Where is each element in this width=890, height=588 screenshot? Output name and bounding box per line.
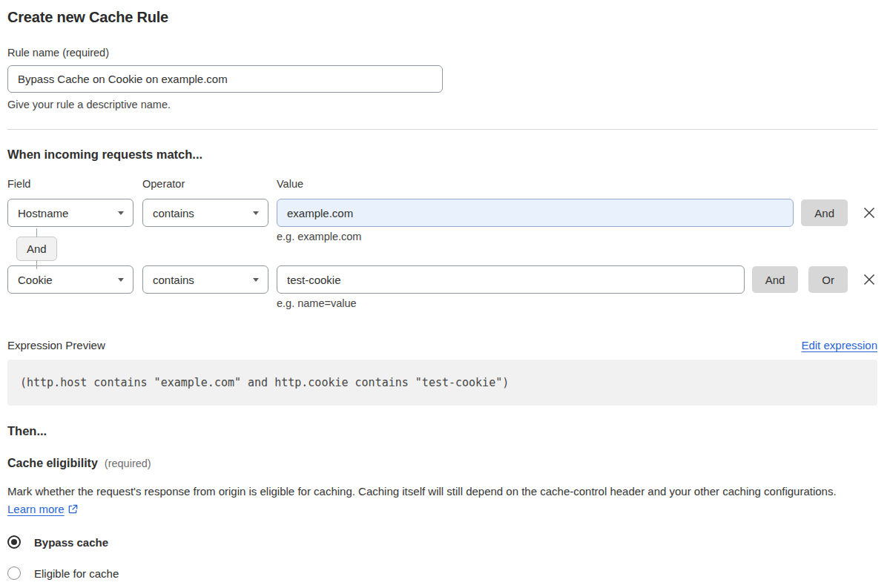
then-heading: Then...: [7, 424, 877, 438]
and-button-row1[interactable]: And: [801, 199, 848, 226]
value-input-row2[interactable]: [277, 265, 745, 294]
cache-eligibility-heading: Cache eligibility (required): [7, 457, 877, 470]
field-select-row2-value: Cookie: [18, 274, 53, 286]
radio-option-bypass-cache[interactable]: Bypass cache: [7, 535, 877, 549]
external-link-icon: [67, 503, 79, 515]
match-row-2: Cookie contains e.g. name=value And Or: [7, 265, 877, 309]
value-hint-row1: e.g. example.com: [277, 231, 794, 242]
page-title: Create new Cache Rule: [7, 9, 877, 26]
operator-column-label: Operator: [142, 178, 268, 190]
radio-label-eligible-for-cache: Eligible for cache: [34, 567, 119, 580]
radio-unselected-icon[interactable]: [7, 566, 21, 580]
match-row-1: Hostname contains e.g. example.com And: [7, 199, 877, 242]
match-column-labels: Field Operator Value: [7, 178, 877, 190]
operator-select-row2[interactable]: contains: [142, 265, 268, 294]
or-button-row2[interactable]: Or: [808, 266, 848, 293]
field-select-row1[interactable]: Hostname: [7, 199, 134, 227]
chevron-down-icon: [118, 278, 124, 282]
cache-eligibility-title: Cache eligibility: [7, 457, 98, 470]
value-input-row1[interactable]: [277, 199, 794, 227]
required-tag: (required): [105, 457, 151, 469]
field-select-row1-value: Hostname: [18, 207, 68, 219]
chevron-down-icon: [253, 278, 259, 282]
field-select-row2[interactable]: Cookie: [7, 265, 134, 294]
rule-name-helper: Give your rule a descriptive name.: [7, 99, 877, 110]
remove-row2-button[interactable]: [861, 271, 877, 288]
create-cache-rule-form: Create new Cache Rule Rule name (require…: [0, 0, 890, 580]
radio-selected-icon[interactable]: [7, 535, 21, 549]
radio-option-eligible-for-cache[interactable]: Eligible for cache: [7, 566, 877, 580]
field-column-label: Field: [7, 178, 134, 190]
value-column-row2: e.g. name=value: [277, 265, 745, 309]
chevron-down-icon: [253, 211, 259, 215]
value-column-label: Value: [277, 178, 877, 190]
and-button-row2[interactable]: And: [752, 266, 799, 293]
expression-preview-header: Expression Preview Edit expression: [7, 339, 877, 351]
row-connector-and-button[interactable]: And: [16, 237, 57, 261]
match-rows: Hostname contains e.g. example.com And A…: [7, 199, 877, 309]
value-hint-row2: e.g. name=value: [277, 297, 745, 309]
rule-name-input[interactable]: [7, 65, 443, 93]
close-icon: [862, 205, 877, 220]
learn-more-link[interactable]: Learn more: [7, 503, 65, 515]
operator-select-row1-value: contains: [153, 207, 194, 219]
operator-select-row2-value: contains: [153, 274, 194, 286]
remove-row1-button[interactable]: [861, 205, 877, 221]
edit-expression-link[interactable]: Edit expression: [801, 339, 877, 351]
chevron-down-icon: [118, 211, 124, 215]
section-divider: [7, 129, 877, 130]
expression-preview-label: Expression Preview: [7, 339, 105, 351]
operator-select-row1[interactable]: contains: [142, 199, 268, 227]
radio-label-bypass-cache: Bypass cache: [34, 536, 108, 549]
close-icon: [862, 272, 877, 287]
description-text: Mark whether the request's response from…: [7, 485, 837, 498]
rule-name-label: Rule name (required): [7, 47, 877, 59]
value-column-row1: e.g. example.com: [277, 199, 794, 242]
match-heading: When incoming requests match...: [7, 148, 877, 162]
cache-eligibility-description: Mark whether the request's response from…: [7, 483, 868, 518]
expression-preview-code: (http.host contains "example.com" and ht…: [7, 360, 877, 406]
